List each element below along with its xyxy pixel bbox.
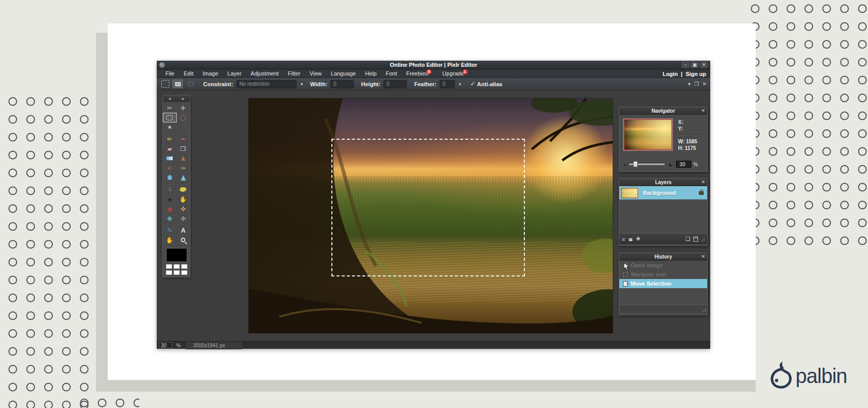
- pinch-tool[interactable]: ✣: [177, 214, 190, 223]
- swatch-cell[interactable]: [181, 264, 187, 269]
- menu-edit[interactable]: Edit: [179, 70, 198, 76]
- menu-upgrade[interactable]: Upgrade1: [438, 70, 473, 77]
- signup-link[interactable]: Sign up: [686, 71, 706, 77]
- feather-caret-icon[interactable]: ▾: [459, 82, 462, 87]
- burn-tool[interactable]: ●: [163, 194, 177, 204]
- layer-mask-icon[interactable]: ◙: [629, 236, 632, 242]
- layers-titlebar[interactable]: Layers✕: [619, 178, 707, 186]
- antialias-checkbox[interactable]: ✓: [470, 81, 475, 87]
- history-item-open-image[interactable]: Open Image: [619, 261, 707, 270]
- swatch-cell[interactable]: [174, 264, 180, 269]
- smudge-icon: ☟: [168, 187, 172, 193]
- swatch-cell[interactable]: [166, 270, 172, 275]
- wand-tool[interactable]: ✶: [163, 122, 177, 132]
- spot-heal-tool[interactable]: ✜: [177, 204, 190, 214]
- navigator-thumbnail[interactable]: [623, 119, 672, 150]
- new-layer-icon[interactable]: ❏: [685, 236, 690, 242]
- ellipse-select-mode-button[interactable]: [186, 80, 196, 88]
- maximize-button[interactable]: ▣: [691, 62, 698, 68]
- clone-stamp-tool[interactable]: ♟: [177, 154, 190, 163]
- fill-tool[interactable]: ❒: [177, 144, 190, 154]
- bloat-tool[interactable]: ✥: [163, 214, 177, 223]
- sponge-tool[interactable]: [177, 185, 190, 194]
- zoom-slider-handle[interactable]: [633, 161, 638, 167]
- status-dimensions: 3000x1941 px: [186, 342, 242, 349]
- menu-help[interactable]: Help: [360, 70, 381, 76]
- navigator-zoom-input[interactable]: 30: [676, 161, 691, 168]
- rect-select-mode-button[interactable]: [173, 80, 183, 88]
- options-float-icon[interactable]: ❐: [694, 81, 699, 87]
- history-resize-grip-icon[interactable]: ◿: [702, 307, 706, 312]
- status-zoom-input[interactable]: 30: [159, 342, 172, 348]
- swatch-cell[interactable]: [181, 270, 187, 275]
- red-eye-tool[interactable]: ◉: [163, 204, 177, 214]
- eraser-tool[interactable]: ▰: [163, 144, 177, 154]
- marquee-tool[interactable]: [163, 113, 177, 122]
- height-input[interactable]: [383, 80, 407, 88]
- options-close-icon[interactable]: ✕: [703, 81, 707, 87]
- zoom-out-icon[interactable]: ▲: [623, 163, 626, 166]
- navigator-zoom-row: ▲ ▲ 30 %: [619, 160, 707, 168]
- image-canvas[interactable]: [248, 98, 613, 334]
- type-tool[interactable]: A: [177, 225, 190, 235]
- layers-resize-grip-icon[interactable]: ◿: [701, 237, 705, 242]
- options-caret-icon[interactable]: ▾: [688, 81, 691, 87]
- constraint-caret-icon[interactable]: ▾: [301, 82, 303, 87]
- navigator-close-icon[interactable]: ✕: [701, 107, 705, 115]
- history-item-move-selection[interactable]: Move Selection: [619, 279, 707, 288]
- feather-input[interactable]: [440, 80, 455, 88]
- layer-settings-icon[interactable]: ≡: [622, 236, 625, 242]
- smudge-tool[interactable]: ☟: [163, 185, 177, 194]
- navigator-titlebar[interactable]: Navigator✕: [619, 107, 707, 115]
- delete-layer-icon[interactable]: [693, 237, 698, 242]
- width-label: Width:: [310, 81, 327, 87]
- menu-file[interactable]: File: [161, 70, 179, 76]
- sharpen-tool[interactable]: [177, 173, 190, 183]
- menu-adjustment[interactable]: Adjustment: [246, 70, 283, 76]
- foreground-color-swatch[interactable]: [166, 248, 187, 262]
- close-button[interactable]: ✕: [700, 62, 708, 68]
- tool-palette: ◂ ▸ ✂ ✛ ◯ ✶ ✏ ✒ ▰ ❒ ♟ ✍: [162, 95, 190, 277]
- palette-back-icon[interactable]: ◂: [168, 96, 171, 101]
- login-link[interactable]: Login: [663, 71, 678, 77]
- gradient-tool[interactable]: [163, 154, 177, 163]
- menu-image[interactable]: Image: [198, 70, 223, 76]
- layer-row-background[interactable]: Background: [619, 186, 707, 199]
- layer-lock-icon[interactable]: [699, 191, 704, 195]
- lasso-tool[interactable]: ◯: [177, 113, 190, 122]
- layer-style-icon[interactable]: ❖: [636, 236, 641, 242]
- blur-tool[interactable]: [163, 173, 177, 183]
- selection-marquee[interactable]: [331, 139, 525, 276]
- menu-freebies[interactable]: Freebies5: [402, 70, 438, 77]
- dodge-tool[interactable]: ✋: [177, 194, 190, 204]
- history-item-marquee-tool[interactable]: Marquee tool: [619, 270, 707, 279]
- menu-filter[interactable]: Filter: [283, 70, 305, 76]
- drawing-tool[interactable]: ✑: [177, 163, 190, 173]
- zoom-tool[interactable]: [177, 235, 190, 245]
- width-input[interactable]: [330, 80, 354, 88]
- color-replace-tool[interactable]: ✍: [163, 163, 177, 173]
- menu-layer[interactable]: Layer: [223, 70, 246, 76]
- zoom-slider[interactable]: [629, 163, 665, 166]
- swatch-cell[interactable]: [174, 270, 180, 275]
- menu-font[interactable]: Font: [381, 70, 402, 76]
- move-tool[interactable]: ✛: [177, 103, 190, 113]
- palette-forward-icon[interactable]: ▸: [182, 96, 184, 101]
- minimize-button[interactable]: –: [682, 62, 689, 68]
- sharpen-icon: [181, 175, 186, 181]
- hand-tool[interactable]: ✋: [163, 235, 177, 245]
- history-titlebar[interactable]: History✕: [619, 253, 707, 261]
- menu-language[interactable]: Language: [326, 70, 360, 76]
- constraint-select[interactable]: No restriction: [236, 80, 297, 88]
- history-close-icon[interactable]: ✕: [701, 253, 705, 261]
- layers-close-icon[interactable]: ✕: [701, 178, 705, 186]
- history-footer: ◿: [619, 304, 707, 313]
- zoom-in-icon[interactable]: ▲: [667, 162, 673, 167]
- pencil-tool[interactable]: ✏: [163, 134, 177, 144]
- navigator-percent-label: %: [693, 162, 698, 167]
- swatch-cell[interactable]: [166, 264, 172, 269]
- crop-tool[interactable]: ✂: [163, 103, 177, 113]
- brush-tool[interactable]: ✒: [177, 134, 190, 144]
- menu-view[interactable]: View: [305, 70, 326, 76]
- color-picker-tool[interactable]: ✎: [163, 225, 177, 235]
